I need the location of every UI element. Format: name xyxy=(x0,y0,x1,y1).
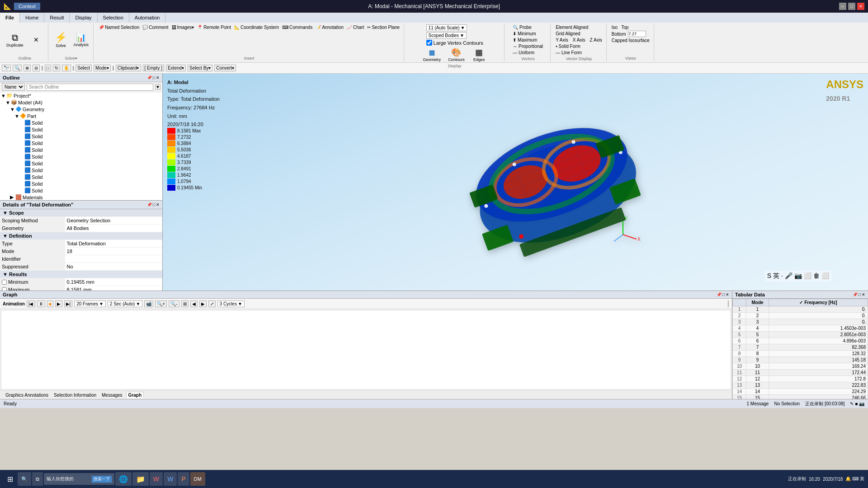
edges-button[interactable]: ▦ Edges xyxy=(470,47,488,63)
proportional-button[interactable]: ↔ Proportional xyxy=(511,43,544,49)
tree-item-solid8[interactable]: 🟦Solid xyxy=(0,167,162,174)
tabular-row-11[interactable]: 11 11 172.44 xyxy=(733,370,868,376)
tab-messages[interactable]: Messages xyxy=(100,392,124,398)
tree-item-project[interactable]: ▼📁Project* xyxy=(0,92,162,99)
anim-prev-frame[interactable]: ◀ xyxy=(190,300,198,307)
tab-selection-info[interactable]: Selection Information xyxy=(52,392,98,398)
tree-item-solid10[interactable]: 🟦Solid xyxy=(0,180,162,187)
tabular-row-9[interactable]: 9 9 145.18 xyxy=(733,357,868,363)
outline-filter-button[interactable]: ▼ xyxy=(155,84,160,90)
close-button-ribbon[interactable]: ✕ xyxy=(27,35,45,44)
contours-button[interactable]: 🎨 Contours xyxy=(446,47,467,63)
tabular-row-3[interactable]: 3 3 0. xyxy=(733,319,868,325)
outline-search-input[interactable] xyxy=(27,84,153,91)
taskbar-edge[interactable]: 🌐 xyxy=(115,472,132,486)
commands-button[interactable]: ⌨ Commands xyxy=(281,24,314,30)
taskbar-search[interactable]: 🔍 xyxy=(18,472,31,486)
taskbar-search-btn[interactable]: 搜索一下 xyxy=(92,476,112,483)
tree-item-model[interactable]: ▼📦Model (A4) xyxy=(0,99,162,106)
taskbar-wps2[interactable]: W xyxy=(164,472,177,486)
element-aligned-button[interactable]: Element Aligned xyxy=(554,24,590,30)
pan-button[interactable]: ✋ xyxy=(62,65,71,71)
y-axis-button[interactable]: Y Axis xyxy=(554,37,570,43)
start-button[interactable]: ⊞ xyxy=(4,472,17,486)
outline-pin-button[interactable]: 📌 xyxy=(147,75,152,80)
min-checkbox[interactable] xyxy=(2,280,7,285)
tabular-row-12[interactable]: 12 12 172.8 xyxy=(733,376,868,382)
uniform-button[interactable]: — Uniform xyxy=(511,50,536,56)
graph-float-button[interactable]: □ xyxy=(722,292,725,297)
anim-play-fwd[interactable]: ▶ xyxy=(55,300,62,307)
tree-item-materials[interactable]: ▶🧱Materials xyxy=(0,194,162,200)
max-checkbox[interactable] xyxy=(2,287,7,291)
tab-automation[interactable]: Automation xyxy=(129,13,166,23)
geometry-expand[interactable]: ▼ xyxy=(10,107,14,112)
convert-button[interactable]: Convert▾ xyxy=(214,65,236,71)
anim-stop[interactable]: ■ xyxy=(47,300,53,307)
tree-item-solid2[interactable]: 🟦Solid xyxy=(0,126,162,133)
tabular-row-10[interactable]: 10 10 169.24 xyxy=(733,363,868,370)
graph-pin-button[interactable]: 📌 xyxy=(717,292,722,297)
anim-play-end[interactable]: ▶| xyxy=(64,300,73,307)
zoom-button[interactable]: 🔍 xyxy=(13,65,22,71)
outline-float-button[interactable]: □ xyxy=(153,75,155,80)
scoped-bodies-dropdown[interactable]: Scoped Bodies ▼ xyxy=(426,32,467,39)
solve-button[interactable]: ⚡ Solve xyxy=(52,31,70,49)
taskbar-wps1[interactable]: W xyxy=(150,472,163,486)
tree-item-solid6[interactable]: 🟦Solid xyxy=(0,153,162,160)
tab-graph[interactable]: Graph xyxy=(126,392,144,398)
close-button[interactable]: ✕ xyxy=(857,3,864,10)
probe-button[interactable]: 🔍 Probe xyxy=(511,24,533,30)
tabular-row-2[interactable]: 2 2 0. xyxy=(733,313,868,319)
taskbar-explorer[interactable]: 📁 xyxy=(132,472,149,486)
capped-isosurface-button[interactable]: Capped Isosurface xyxy=(610,38,651,43)
bottom-button[interactable]: Bottom xyxy=(610,31,627,37)
remote-point-button[interactable]: 📍 Remote Point xyxy=(196,24,232,30)
named-selection-button[interactable]: 📌 Named Selection xyxy=(97,24,141,30)
top-value-input[interactable] xyxy=(628,31,646,37)
tabular-pin-button[interactable]: 📌 xyxy=(853,292,858,297)
part-expand[interactable]: ▼ xyxy=(14,113,19,119)
line-form-button[interactable]: — Line Form xyxy=(554,50,583,56)
details-pin-button[interactable]: 📌 xyxy=(147,202,152,207)
outline-close-button[interactable]: ✕ xyxy=(156,75,160,80)
tabular-row-5[interactable]: 5 5 2.8051e-003 xyxy=(733,332,868,338)
tree-item-solid1[interactable]: 🟦Solid xyxy=(0,119,162,126)
anim-play-back[interactable]: ⏸ xyxy=(37,300,45,307)
anim-grid[interactable]: ⊞ xyxy=(181,300,189,307)
large-vertex-checkbox[interactable] xyxy=(426,40,432,46)
z-axis-button[interactable]: Z Axis xyxy=(589,37,604,43)
model-expand[interactable]: ▼ xyxy=(5,100,10,105)
x-axis-button[interactable]: X Axis xyxy=(571,37,587,43)
annotation-button[interactable]: 📝 Annotation xyxy=(314,24,345,30)
anim-zoom-out[interactable]: 🔍- xyxy=(169,300,179,307)
viewport[interactable]: A: Modal Total Deformation Type: Total D… xyxy=(163,74,868,291)
clipboard-button[interactable]: Clipboard▾ xyxy=(116,65,141,71)
box-zoom-button[interactable]: □ xyxy=(45,65,51,71)
iso-button[interactable]: Iso xyxy=(610,24,619,30)
minimum-button[interactable]: ⬇ Minimum xyxy=(511,31,537,37)
tab-result[interactable]: Result xyxy=(44,13,70,23)
tree-item-solid11[interactable]: 🟦Solid xyxy=(0,187,162,194)
tab-file[interactable]: File xyxy=(0,13,20,23)
anim-record[interactable]: 📹 xyxy=(144,300,153,307)
select-button[interactable]: Select xyxy=(75,65,92,71)
tabular-row-15[interactable]: 15 15 246.66 xyxy=(733,395,868,399)
maximize-button[interactable]: □ xyxy=(848,3,855,10)
coordinate-system-button[interactable]: 📐 Coordinate System xyxy=(233,24,280,30)
tab-graphics-annotations[interactable]: Graphics Annotations xyxy=(4,392,50,398)
top-button[interactable]: Top xyxy=(620,24,630,30)
tree-item-solid3[interactable]: 🟦Solid xyxy=(0,133,162,140)
tabular-row-4[interactable]: 4 4 1.4503e-003 xyxy=(733,325,868,332)
tree-item-solid9[interactable]: 🟦Solid xyxy=(0,174,162,180)
tabular-row-8[interactable]: 8 8 128.32 xyxy=(733,351,868,357)
anim-next-frame[interactable]: ▶ xyxy=(199,300,207,307)
speed-dropdown[interactable]: 2 Sec (Auto) ▼ xyxy=(108,300,143,307)
scale-dropdown[interactable]: 11 (Auto Scale) ▼ xyxy=(426,24,467,31)
tab-display[interactable]: Display xyxy=(70,13,97,23)
anim-fit[interactable]: ⤢ xyxy=(208,300,216,307)
frames-dropdown[interactable]: 20 Frames ▼ xyxy=(74,300,106,307)
cycles-dropdown[interactable]: 3 Cycles ▼ xyxy=(217,300,245,307)
duplicate-button[interactable]: ⧉ Duplicate xyxy=(5,32,25,48)
taskbar-search-input[interactable] xyxy=(47,477,92,482)
